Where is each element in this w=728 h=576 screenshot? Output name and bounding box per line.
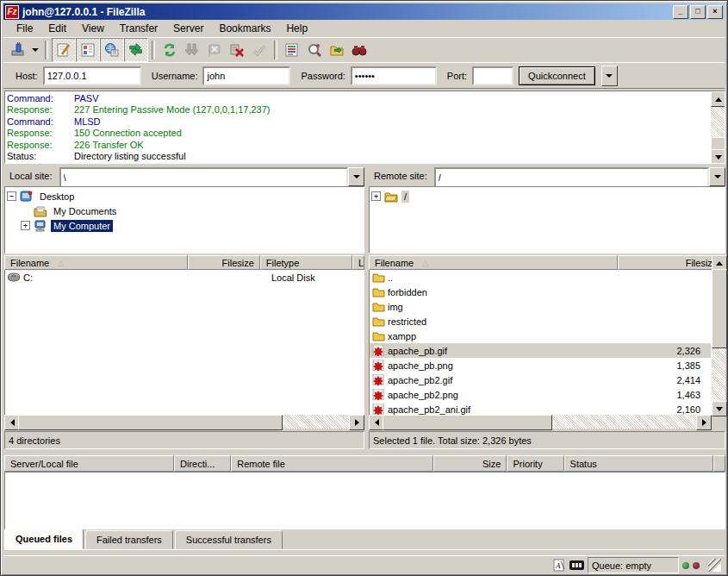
directory-comparison-button[interactable] [348,39,370,61]
refresh-icon [162,42,177,58]
password-input[interactable] [351,66,437,85]
window-title: john@127.0.0.1 - FileZilla [22,6,671,18]
file-search-button[interactable] [303,39,326,61]
column-priority[interactable]: Priority [507,455,563,472]
host-input[interactable] [43,66,141,85]
drive-icon [7,272,21,283]
toggle-queue-button[interactable] [124,38,148,62]
remote-site-combo[interactable] [434,167,725,185]
tab-failed-transfers[interactable]: Failed transfers [85,530,173,549]
cancel-button[interactable] [203,39,226,61]
remote-file-row[interactable]: apache_pb2.gif 2,414 [370,373,711,387]
column-last-modified[interactable]: L [352,255,364,270]
column-filesize[interactable]: Filesize [618,255,724,270]
site-manager-button[interactable] [7,39,29,61]
toolbar-separator [152,41,155,59]
menu-server[interactable]: Server [165,21,211,36]
tree-item-my-computer[interactable]: + My Computer [7,218,364,233]
scrollbar-thumb[interactable] [712,269,727,348]
username-input[interactable] [202,66,290,85]
refresh-button[interactable] [159,39,181,61]
scroll-down-button[interactable] [712,401,727,416]
remote-file-row[interactable]: apache_pb2_ani.gif 2,160 [370,402,711,415]
toggle-local-tree-button[interactable] [76,38,100,62]
remote-status-bar: Selected 1 file. Total size: 2,326 bytes [369,431,725,449]
scroll-right-button[interactable] [696,415,712,430]
remote-vscrollbar[interactable] [712,255,725,415]
menu-edit[interactable]: Edit [40,21,74,36]
maximize-button[interactable]: □ [690,5,706,19]
tab-successful-transfers[interactable]: Successful transfers [175,530,283,549]
synchronized-browsing-button[interactable] [326,39,348,61]
remote-site-dropdown[interactable] [709,167,725,186]
remote-file-row[interactable]: restricted [370,314,711,329]
transfer-queue-list[interactable] [4,472,725,529]
scroll-up-button[interactable] [711,91,725,107]
port-label: Port: [447,71,467,81]
remote-site-input[interactable] [434,167,709,188]
remote-file-row[interactable]: apache_pb.png 1,385 [370,358,711,373]
scroll-right-button[interactable] [349,415,364,430]
menu-bookmarks[interactable]: Bookmarks [211,21,278,36]
resize-grip[interactable] [708,559,721,572]
tree-item-desktop[interactable]: − Desktop [7,189,364,203]
queue-header: Server/Local file Directi... Remote file… [4,455,725,472]
minimize-button[interactable]: _ [673,5,688,19]
quickconnect-dropdown[interactable] [601,66,618,86]
scrollbar-thumb[interactable] [383,415,552,430]
remote-file-row[interactable]: forbidden [370,285,711,299]
toggle-message-log-button[interactable] [52,38,76,62]
remote-file-row-selected[interactable]: apache_pb.gif 2,326 [370,343,711,358]
reconnect-button[interactable] [248,39,271,61]
process-queue-button[interactable] [181,39,203,61]
menu-help[interactable]: Help [278,21,315,36]
column-filename[interactable]: Filename△ [369,255,618,270]
local-list-header: Filename△ Filesize Filetype L [4,255,364,270]
expand-icon[interactable]: + [371,191,381,201]
image-file-icon [371,360,385,371]
column-filename[interactable]: Filename△ [4,255,188,270]
sort-ascending-icon: △ [58,259,64,267]
remote-file-row[interactable]: apache_pb2.png 1,463 [370,387,711,402]
scroll-down-button[interactable] [711,149,725,164]
remote-hscrollbar[interactable] [369,415,712,429]
tree-item-my-documents[interactable]: My Documents [7,203,364,218]
collapse-icon[interactable]: − [7,191,16,201]
toolbar [3,37,725,62]
column-filesize[interactable]: Filesize [188,255,260,270]
column-filetype[interactable]: Filetype [260,255,352,270]
local-site-input[interactable] [59,167,348,188]
remote-file-row[interactable]: img [370,299,711,314]
local-hscrollbar[interactable] [4,415,364,429]
remote-file-row[interactable]: .. [370,270,711,285]
local-site-combo[interactable] [59,167,364,185]
log-scrollbar[interactable] [711,91,725,163]
title-bar[interactable]: Fz john@127.0.0.1 - FileZilla _ □ × [3,3,725,20]
disconnect-button[interactable] [226,39,248,61]
remote-file-row[interactable]: xampp [370,329,711,343]
quickconnect-button[interactable]: Quickconnect [519,66,595,85]
menu-transfer[interactable]: Transfer [112,21,165,36]
column-direction[interactable]: Directi... [174,455,231,472]
scrollbar-thumb[interactable] [18,415,283,430]
directory-filters-button[interactable] [281,39,303,61]
app-icon: Fz [5,5,19,19]
column-size[interactable]: Size [433,455,507,472]
column-status[interactable]: Status [564,455,713,472]
close-button[interactable]: × [707,5,723,19]
disconnect-icon [229,42,245,58]
toggle-remote-tree-button[interactable] [100,38,124,62]
column-server-local-file[interactable]: Server/Local file [4,455,174,472]
scroll-down-icon [715,155,722,160]
menu-view[interactable]: View [74,21,112,36]
expand-icon[interactable]: + [21,221,30,230]
local-site-dropdown[interactable] [348,167,364,186]
folder-icon [371,286,385,297]
port-input[interactable] [472,66,513,85]
tree-item-root[interactable]: + / [371,189,725,203]
menu-file[interactable]: File [9,21,40,36]
site-manager-dropdown[interactable] [29,39,41,61]
local-file-row[interactable]: C: Local Disk [5,270,364,285]
column-remote-file[interactable]: Remote file [231,455,432,472]
tab-queued-files[interactable]: Queued files [4,529,84,549]
